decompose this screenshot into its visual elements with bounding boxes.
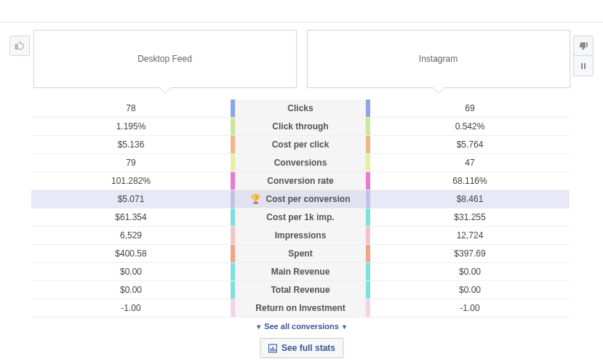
- metric-value-left: $5.071: [31, 190, 235, 208]
- table-row: $0.00Total Revenue$0.00: [31, 281, 570, 299]
- table-row: 1.195%Click through0.542%: [31, 118, 570, 136]
- metric-value-left: 78: [31, 100, 235, 117]
- metric-value-right: $31.255: [366, 209, 570, 226]
- table-row: -1.00Return on Investment-1.00: [31, 299, 570, 318]
- metric-label: Clicks: [235, 100, 366, 117]
- metric-value-right: 47: [366, 154, 570, 171]
- bar-chart-icon: [268, 344, 277, 353]
- svg-rect-2: [272, 347, 273, 351]
- panel-label: Desktop Feed: [137, 54, 192, 64]
- table-row: $5.136Cost per click$5.764: [31, 136, 570, 154]
- see-full-stats-button[interactable]: See full stats: [260, 338, 343, 358]
- table-row: $400.58Spent$397.69: [31, 245, 570, 263]
- metric-label: 🏆Cost per conversion: [235, 190, 366, 208]
- metric-value-right: $8.461: [366, 190, 570, 208]
- chevron-down-icon: ▼: [255, 323, 262, 331]
- metric-label: Return on Investment: [235, 299, 366, 317]
- metric-value-left: $400.58: [31, 245, 235, 262]
- trophy-icon: 🏆: [250, 194, 261, 204]
- table-row: $0.00Main Revenue$0.00: [31, 263, 570, 281]
- metric-value-right: $0.00: [366, 263, 570, 280]
- svg-rect-1: [270, 348, 271, 351]
- metric-value-right: 12,724: [366, 227, 570, 244]
- metric-value-left: 79: [31, 154, 235, 171]
- metric-value-left: $5.136: [31, 136, 235, 153]
- panel-label: Instagram: [419, 54, 458, 64]
- metric-label: Click through: [235, 118, 366, 135]
- chevron-down-icon: ▼: [341, 323, 348, 331]
- metric-label: Cost per click: [235, 136, 366, 153]
- metric-value-right: $5.764: [366, 136, 570, 153]
- svg-rect-3: [274, 349, 276, 351]
- metric-value-right: 68.116%: [366, 172, 570, 190]
- metric-value-right: $397.69: [366, 245, 570, 262]
- panel-instagram[interactable]: Instagram: [307, 30, 570, 88]
- table-row: 78Clicks69: [31, 100, 570, 118]
- button-label: See full stats: [281, 343, 335, 353]
- see-all-conversions-link[interactable]: ▼ See all conversions ▼: [0, 322, 603, 331]
- metric-value-left: $0.00: [31, 263, 235, 280]
- metric-label: Total Revenue: [235, 281, 366, 299]
- comparison-table: 78Clicks691.195%Click through0.542%$5.13…: [31, 100, 570, 318]
- metric-label: Impressions: [235, 227, 366, 244]
- metric-label: Main Revenue: [235, 263, 366, 280]
- metric-value-left: -1.00: [31, 299, 235, 317]
- metric-value-left: 101.282%: [31, 172, 235, 190]
- link-text: See all conversions: [264, 322, 339, 331]
- metric-value-right: -1.00: [366, 299, 570, 317]
- panel-desktop-feed[interactable]: Desktop Feed: [33, 30, 297, 88]
- metric-value-left: 1.195%: [31, 118, 235, 135]
- metric-value-right: 0.542%: [366, 118, 570, 135]
- metric-label: Conversions: [235, 154, 366, 171]
- table-row: 101.282%Conversion rate68.116%: [31, 172, 570, 190]
- table-row: 79Conversions47: [31, 154, 570, 172]
- metric-value-left: 6,529: [31, 227, 235, 244]
- metric-value-left: $0.00: [31, 281, 235, 299]
- metric-value-right: $0.00: [366, 281, 570, 299]
- metric-label: Conversion rate: [235, 172, 366, 190]
- metric-value-right: 69: [366, 100, 570, 117]
- metric-label: Cost per 1k imp.: [235, 209, 366, 226]
- metric-value-left: $61.354: [31, 209, 235, 226]
- metric-label: Spent: [235, 245, 366, 262]
- table-row: $5.071🏆Cost per conversion$8.461: [31, 190, 570, 209]
- table-row: $61.354Cost per 1k imp.$31.255: [31, 209, 570, 227]
- table-row: 6,529Impressions12,724: [31, 227, 570, 245]
